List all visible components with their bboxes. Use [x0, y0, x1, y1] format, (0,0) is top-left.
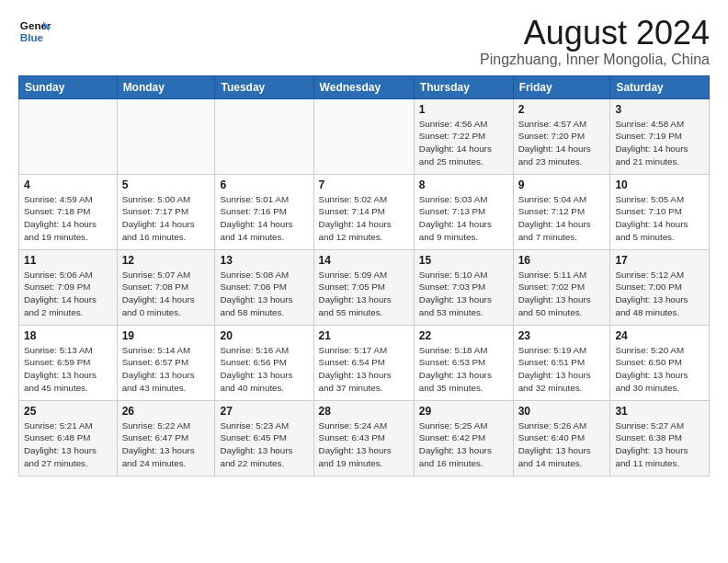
day-info: Sunrise: 5:23 AM Sunset: 6:45 PM Dayligh… — [220, 419, 308, 470]
day-cell: 12Sunrise: 5:07 AM Sunset: 7:08 PM Dayli… — [117, 249, 215, 325]
day-info: Sunrise: 5:20 AM Sunset: 6:50 PM Dayligh… — [615, 344, 704, 395]
day-number: 16 — [518, 254, 606, 267]
day-info: Sunrise: 5:22 AM Sunset: 6:47 PM Dayligh… — [122, 419, 210, 470]
day-info: Sunrise: 5:13 AM Sunset: 6:59 PM Dayligh… — [24, 344, 112, 395]
day-info: Sunrise: 5:24 AM Sunset: 6:43 PM Dayligh… — [319, 419, 409, 470]
day-number: 11 — [24, 254, 112, 267]
header: General Blue August 2024 Pingzhuang, Inn… — [18, 15, 710, 68]
week-row-5: 25Sunrise: 5:21 AM Sunset: 6:48 PM Dayli… — [19, 400, 710, 476]
weekday-sunday: Sunday — [19, 75, 118, 98]
day-number: 8 — [419, 178, 508, 191]
weekday-wednesday: Wednesday — [313, 75, 414, 98]
day-info: Sunrise: 5:17 AM Sunset: 6:54 PM Dayligh… — [319, 344, 409, 395]
day-info: Sunrise: 5:16 AM Sunset: 6:56 PM Dayligh… — [220, 344, 308, 395]
day-info: Sunrise: 5:09 AM Sunset: 7:05 PM Dayligh… — [319, 269, 409, 319]
day-number: 1 — [419, 103, 508, 116]
day-cell — [19, 98, 118, 174]
day-info: Sunrise: 4:58 AM Sunset: 7:19 PM Dayligh… — [615, 118, 704, 168]
day-cell: 13Sunrise: 5:08 AM Sunset: 7:06 PM Dayli… — [215, 249, 313, 325]
day-number: 13 — [220, 254, 308, 267]
day-cell: 4Sunrise: 4:59 AM Sunset: 7:18 PM Daylig… — [19, 174, 118, 249]
day-cell: 9Sunrise: 5:04 AM Sunset: 7:12 PM Daylig… — [513, 174, 610, 249]
calendar-subtitle: Pingzhuang, Inner Mongolia, China — [480, 52, 710, 68]
day-number: 3 — [615, 103, 704, 116]
day-number: 24 — [615, 329, 704, 342]
day-info: Sunrise: 5:05 AM Sunset: 7:10 PM Dayligh… — [615, 193, 704, 244]
day-info: Sunrise: 5:18 AM Sunset: 6:53 PM Dayligh… — [419, 344, 508, 395]
weekday-friday: Friday — [513, 75, 610, 98]
weekday-header-row: SundayMondayTuesdayWednesdayThursdayFrid… — [19, 75, 710, 98]
day-info: Sunrise: 5:25 AM Sunset: 6:42 PM Dayligh… — [419, 419, 508, 470]
day-cell: 6Sunrise: 5:01 AM Sunset: 7:16 PM Daylig… — [215, 174, 313, 249]
day-cell: 3Sunrise: 4:58 AM Sunset: 7:19 PM Daylig… — [610, 98, 710, 174]
day-number: 15 — [419, 254, 508, 267]
day-cell: 30Sunrise: 5:26 AM Sunset: 6:40 PM Dayli… — [513, 400, 610, 476]
day-number: 14 — [319, 254, 409, 267]
day-number: 17 — [615, 254, 704, 267]
week-row-2: 4Sunrise: 4:59 AM Sunset: 7:18 PM Daylig… — [19, 174, 710, 249]
day-cell: 5Sunrise: 5:00 AM Sunset: 7:17 PM Daylig… — [117, 174, 215, 249]
weekday-saturday: Saturday — [610, 75, 710, 98]
day-number: 26 — [122, 405, 210, 418]
day-cell: 27Sunrise: 5:23 AM Sunset: 6:45 PM Dayli… — [215, 400, 313, 476]
day-number: 2 — [518, 103, 606, 116]
logo: General Blue — [18, 15, 51, 48]
day-number: 10 — [615, 178, 704, 191]
day-cell: 21Sunrise: 5:17 AM Sunset: 6:54 PM Dayli… — [313, 325, 414, 400]
day-number: 29 — [419, 405, 508, 418]
day-number: 9 — [518, 178, 606, 191]
weekday-monday: Monday — [117, 75, 215, 98]
day-cell: 22Sunrise: 5:18 AM Sunset: 6:53 PM Dayli… — [414, 325, 513, 400]
day-cell: 20Sunrise: 5:16 AM Sunset: 6:56 PM Dayli… — [215, 325, 313, 400]
svg-text:Blue: Blue — [20, 31, 44, 43]
day-info: Sunrise: 5:21 AM Sunset: 6:48 PM Dayligh… — [24, 419, 112, 470]
day-cell — [313, 98, 414, 174]
page: General Blue August 2024 Pingzhuang, Inn… — [0, 0, 728, 486]
day-number: 18 — [24, 329, 112, 342]
day-cell: 28Sunrise: 5:24 AM Sunset: 6:43 PM Dayli… — [313, 400, 414, 476]
day-info: Sunrise: 4:59 AM Sunset: 7:18 PM Dayligh… — [24, 193, 112, 244]
weekday-thursday: Thursday — [414, 75, 513, 98]
day-info: Sunrise: 5:10 AM Sunset: 7:03 PM Dayligh… — [419, 269, 508, 319]
day-cell: 19Sunrise: 5:14 AM Sunset: 6:57 PM Dayli… — [117, 325, 215, 400]
logo-icon: General Blue — [18, 15, 51, 48]
day-cell: 11Sunrise: 5:06 AM Sunset: 7:09 PM Dayli… — [19, 249, 118, 325]
day-cell: 14Sunrise: 5:09 AM Sunset: 7:05 PM Dayli… — [313, 249, 414, 325]
week-row-4: 18Sunrise: 5:13 AM Sunset: 6:59 PM Dayli… — [19, 325, 710, 400]
day-info: Sunrise: 5:02 AM Sunset: 7:14 PM Dayligh… — [319, 193, 409, 244]
day-cell: 7Sunrise: 5:02 AM Sunset: 7:14 PM Daylig… — [313, 174, 414, 249]
day-number: 19 — [122, 329, 210, 342]
day-info: Sunrise: 5:11 AM Sunset: 7:02 PM Dayligh… — [518, 269, 606, 319]
day-cell: 2Sunrise: 4:57 AM Sunset: 7:20 PM Daylig… — [513, 98, 610, 174]
day-cell: 24Sunrise: 5:20 AM Sunset: 6:50 PM Dayli… — [610, 325, 710, 400]
day-info: Sunrise: 5:08 AM Sunset: 7:06 PM Dayligh… — [220, 269, 308, 319]
day-number: 25 — [24, 405, 112, 418]
day-cell: 15Sunrise: 5:10 AM Sunset: 7:03 PM Dayli… — [414, 249, 513, 325]
day-number: 21 — [319, 329, 409, 342]
day-cell: 18Sunrise: 5:13 AM Sunset: 6:59 PM Dayli… — [19, 325, 118, 400]
day-cell: 31Sunrise: 5:27 AM Sunset: 6:38 PM Dayli… — [610, 400, 710, 476]
day-cell — [117, 98, 215, 174]
day-info: Sunrise: 5:07 AM Sunset: 7:08 PM Dayligh… — [122, 269, 210, 319]
day-info: Sunrise: 5:12 AM Sunset: 7:00 PM Dayligh… — [615, 269, 704, 319]
day-number: 20 — [220, 329, 308, 342]
day-cell: 10Sunrise: 5:05 AM Sunset: 7:10 PM Dayli… — [610, 174, 710, 249]
day-cell: 26Sunrise: 5:22 AM Sunset: 6:47 PM Dayli… — [117, 400, 215, 476]
day-cell: 8Sunrise: 5:03 AM Sunset: 7:13 PM Daylig… — [414, 174, 513, 249]
day-cell: 16Sunrise: 5:11 AM Sunset: 7:02 PM Dayli… — [513, 249, 610, 325]
day-number: 27 — [220, 405, 308, 418]
day-info: Sunrise: 5:06 AM Sunset: 7:09 PM Dayligh… — [24, 269, 112, 319]
day-info: Sunrise: 5:19 AM Sunset: 6:51 PM Dayligh… — [518, 344, 606, 395]
day-info: Sunrise: 5:26 AM Sunset: 6:40 PM Dayligh… — [518, 419, 606, 470]
calendar-table: SundayMondayTuesdayWednesdayThursdayFrid… — [18, 75, 710, 477]
day-info: Sunrise: 5:01 AM Sunset: 7:16 PM Dayligh… — [220, 193, 308, 244]
weekday-tuesday: Tuesday — [215, 75, 313, 98]
day-number: 7 — [319, 178, 409, 191]
day-number: 30 — [518, 405, 606, 418]
day-info: Sunrise: 5:00 AM Sunset: 7:17 PM Dayligh… — [122, 193, 210, 244]
day-number: 22 — [419, 329, 508, 342]
day-info: Sunrise: 4:57 AM Sunset: 7:20 PM Dayligh… — [518, 118, 606, 168]
day-cell: 17Sunrise: 5:12 AM Sunset: 7:00 PM Dayli… — [610, 249, 710, 325]
week-row-3: 11Sunrise: 5:06 AM Sunset: 7:09 PM Dayli… — [19, 249, 710, 325]
day-cell: 23Sunrise: 5:19 AM Sunset: 6:51 PM Dayli… — [513, 325, 610, 400]
